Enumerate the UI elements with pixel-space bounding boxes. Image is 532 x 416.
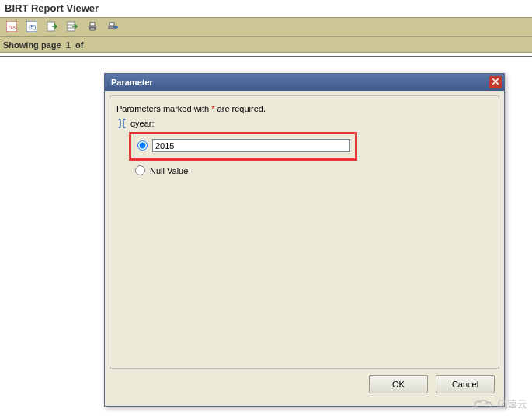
null-option-row: Null Value — [135, 165, 492, 175]
export-data-button[interactable] — [64, 19, 81, 35]
print-icon — [87, 21, 98, 33]
dialog-body: Parameters marked with * are required. q… — [105, 91, 504, 406]
object-icon — [116, 118, 127, 129]
cancel-button[interactable]: Cancel — [436, 375, 495, 393]
null-label: Null Value — [150, 166, 188, 175]
cloud-icon — [474, 398, 494, 411]
export-report-button[interactable] — [43, 19, 61, 35]
print-server-button[interactable] — [104, 19, 121, 35]
svg-rect-12 — [110, 23, 114, 26]
divider — [0, 56, 532, 57]
svg-rect-10 — [90, 28, 95, 30]
dialog-close-button[interactable] — [489, 76, 502, 88]
close-icon — [492, 74, 499, 91]
dialog-titlebar: Parameter — [105, 74, 504, 91]
status-page-number: 1 — [66, 40, 71, 50]
svg-rect-9 — [90, 23, 95, 26]
print-button[interactable] — [84, 19, 101, 35]
null-radio[interactable] — [135, 165, 145, 175]
export-report-icon — [47, 21, 57, 33]
toc-button[interactable]: TOC — [3, 19, 20, 35]
status-showing: Showing page — [3, 40, 61, 50]
app-title: BIRT Report Viewer — [0, 0, 532, 17]
dialog-title: Parameter — [111, 74, 153, 91]
value-option-row — [137, 139, 350, 152]
svg-text:{P}: {P} — [29, 24, 37, 30]
required-message: Parameters marked with * are required. — [116, 104, 492, 113]
qyear-input[interactable] — [152, 139, 350, 152]
highlight-annotation — [129, 132, 357, 161]
status-bar: Showing page 1 of — [0, 37, 532, 53]
dialog-buttons: OK Cancel — [110, 369, 499, 401]
svg-text:TOC: TOC — [8, 25, 17, 29]
print-server-icon — [107, 21, 118, 33]
parameter-dialog: Parameter Parameters marked with * are r… — [104, 73, 505, 407]
status-of: of — [75, 40, 83, 50]
watermark: 亿速云 — [474, 397, 527, 411]
value-radio[interactable] — [137, 140, 148, 151]
toolbar: TOC {P} — [0, 17, 532, 37]
param-qyear-row: qyear: — [116, 118, 492, 129]
param-container: Parameters marked with * are required. q… — [110, 95, 499, 369]
parameters-icon: {P} — [26, 21, 37, 33]
export-data-icon — [67, 21, 78, 33]
param-label: qyear: — [130, 119, 155, 128]
parameters-button[interactable]: {P} — [23, 19, 40, 35]
toc-icon: TOC — [6, 21, 17, 33]
ok-button[interactable]: OK — [369, 375, 428, 393]
